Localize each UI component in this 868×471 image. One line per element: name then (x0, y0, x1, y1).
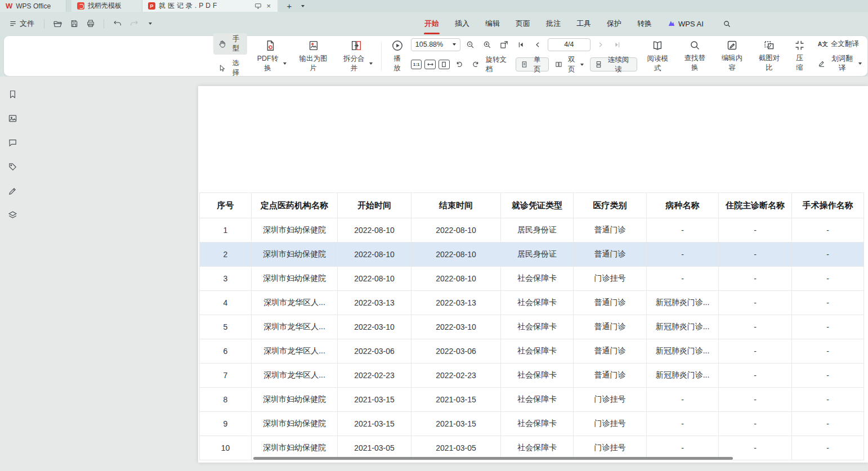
tab-docer-label: 找稻壳模板 (88, 1, 122, 11)
table-cell: - (719, 267, 792, 291)
table-row: 8深圳市妇幼保健院2021-03-152021-03-15社会保障卡门诊挂号--… (200, 388, 864, 412)
word-translation-button[interactable]: 划词翻译 (813, 53, 866, 74)
document-workspace: 序号 定点医药机构名称 开始时间 结束时间 就诊凭证类型 医疗类别 病种名称 住… (0, 77, 868, 471)
table-row: 3深圳市妇幼保健院2022-08-102022-08-10社会保障卡门诊挂号--… (200, 267, 864, 291)
table-cell: - (719, 364, 792, 388)
tab-docer[interactable]: 找稻壳模板 (71, 0, 142, 12)
wps-logo-icon: W (6, 2, 12, 10)
tab-list-chevron-icon[interactable] (297, 0, 309, 12)
table-cell: 深圳市龙华区人... (252, 339, 338, 364)
fit-page-button[interactable] (439, 60, 450, 69)
zoom-in-button[interactable] (480, 38, 494, 51)
monitor-icon[interactable] (254, 2, 262, 10)
select-tool-button[interactable]: 选择 (213, 57, 247, 79)
horizontal-scrollbar[interactable] (253, 457, 733, 460)
continuous-read-button[interactable]: 连续阅读 (590, 57, 637, 71)
undo-button[interactable] (110, 17, 124, 31)
find-replace-button[interactable]: 查找替换 (678, 38, 712, 74)
tag-panel-button[interactable] (5, 160, 20, 173)
page-indicator-input[interactable]: 4/4 (548, 38, 590, 51)
table-cell: 2021-03-15 (338, 412, 411, 436)
table-cell: - (792, 364, 864, 388)
table-cell: 社会保障卡 (501, 388, 574, 412)
table-cell: 深圳市龙华区人... (252, 291, 338, 315)
menu-home[interactable]: 开始 (417, 12, 447, 35)
tab-document[interactable]: P 就医记录.PDF × (142, 0, 278, 12)
export-image-button[interactable]: 输出为图片 (293, 38, 333, 74)
first-page-button[interactable] (514, 38, 528, 51)
close-tab-icon[interactable]: × (265, 2, 272, 10)
image-icon (8, 114, 17, 123)
table-cell: 2022-08-10 (338, 218, 411, 243)
menu-tools[interactable]: 工具 (569, 12, 599, 35)
table-cell: - (792, 315, 864, 339)
screenshot-compare-button[interactable]: 截图对比 (753, 38, 786, 74)
full-translation-button[interactable]: A文 全文翻译 (813, 38, 866, 50)
divider (44, 19, 44, 29)
split-merge-button[interactable]: 拆分合并 (337, 38, 375, 74)
word-translation-label: 划词翻译 (829, 54, 856, 73)
tab-wps-home[interactable]: W WPS Office (0, 0, 66, 12)
pdf-convert-button[interactable]: PDF转换 (251, 38, 289, 74)
hand-tool-button[interactable]: 手型 (213, 33, 247, 55)
actual-size-button[interactable]: 1:1 (411, 60, 422, 69)
menu-comment[interactable]: 批注 (538, 12, 569, 35)
table-cell: 8 (200, 388, 252, 412)
table-cell: 新冠肺炎门诊... (647, 315, 719, 339)
rotate-right-button[interactable] (469, 58, 482, 71)
read-mode-button[interactable]: 阅读模式 (641, 38, 674, 74)
thumbnail-panel-button[interactable] (5, 112, 20, 124)
menu-wps-ai[interactable]: WPS AI (660, 12, 712, 35)
file-menu-button[interactable]: 文件 (6, 16, 38, 31)
print-button[interactable] (83, 17, 97, 31)
menu-insert[interactable]: 插入 (447, 12, 477, 35)
compress-button[interactable]: 压缩 (790, 38, 809, 74)
edit-content-button[interactable]: 编辑内容 (715, 38, 749, 74)
table-cell: - (792, 267, 864, 291)
save-button[interactable] (67, 17, 81, 31)
fit-window-button[interactable] (497, 38, 511, 51)
table-cell: 社会保障卡 (501, 364, 574, 388)
menu-edit[interactable]: 编辑 (477, 12, 508, 35)
edit-content-icon (726, 39, 738, 51)
open-file-button[interactable] (51, 17, 65, 31)
redo-button[interactable] (127, 17, 141, 31)
table-cell: 深圳市妇幼保健院 (252, 412, 338, 436)
table-header-cell: 序号 (200, 193, 252, 218)
fit-width-button[interactable] (424, 60, 436, 69)
last-page-button[interactable] (610, 38, 624, 51)
layers-panel-button[interactable] (5, 209, 20, 221)
table-cell: 社会保障卡 (501, 267, 574, 291)
signature-panel-button[interactable] (5, 185, 20, 197)
book-icon (651, 39, 664, 52)
zoom-select[interactable]: 105.88% (411, 38, 460, 51)
next-page-button[interactable] (593, 38, 607, 51)
zoom-in-icon (482, 40, 492, 50)
table-cell: 2022-03-10 (411, 315, 501, 339)
menu-search-icon[interactable] (715, 12, 739, 35)
zoom-out-button[interactable] (463, 38, 477, 51)
ribbon-toolbar: 手型 选择 PDF转换 输出为图片 拆分合并 播放 (3, 35, 868, 77)
table-cell: 社会保障卡 (501, 315, 574, 339)
rotate-left-button[interactable] (453, 58, 466, 71)
comment-panel-button[interactable] (5, 136, 20, 149)
cursor-icon (218, 64, 226, 73)
table-row: 9深圳市妇幼保健院2021-03-152021-03-15社会保障卡门诊挂号--… (200, 412, 864, 436)
table-row-highlighted: 2深圳市妇幼保健院2022-08-102022-08-10居民身份证普通门诊--… (200, 243, 864, 267)
table-cell: 7 (200, 364, 252, 388)
play-button[interactable]: 播放 (387, 38, 407, 74)
prev-page-button[interactable] (531, 38, 545, 51)
undo-icon (113, 19, 122, 28)
menu-protect[interactable]: 保护 (599, 12, 629, 35)
history-chevron-icon[interactable] (143, 17, 157, 31)
new-tab-button[interactable]: + (282, 0, 297, 12)
double-page-button[interactable]: 双页 (552, 57, 587, 71)
menu-convert[interactable]: 转换 (629, 12, 660, 35)
single-page-button[interactable]: 单页 (516, 57, 549, 71)
window-tab-bar: W WPS Office 找稻壳模板 P 就医记录.PDF × + (0, 0, 868, 12)
bookmark-icon (8, 89, 17, 99)
bookmark-panel-button[interactable] (5, 88, 20, 100)
compress-label: 压缩 (793, 53, 807, 73)
table-header-cell: 病种名称 (647, 193, 719, 218)
menu-page[interactable]: 页面 (508, 12, 538, 35)
